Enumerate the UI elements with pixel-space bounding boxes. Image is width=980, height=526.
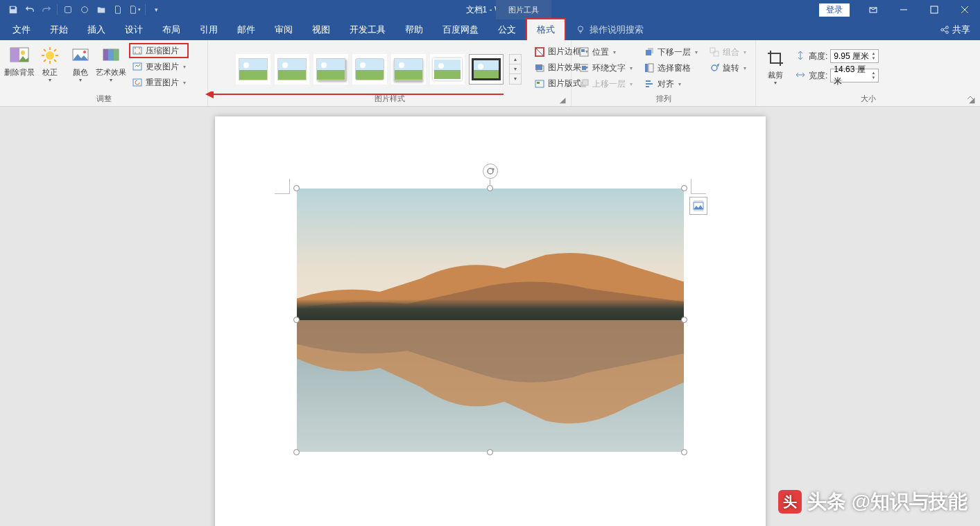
styles-gallery[interactable]: ▴▾▾ — [212, 50, 524, 85]
position-icon — [578, 46, 590, 58]
tab-design[interactable]: 设计 — [115, 19, 153, 40]
compress-pictures-button[interactable]: 压缩图片 — [129, 43, 189, 58]
effects-icon — [534, 62, 545, 73]
share-icon — [940, 25, 949, 35]
tab-baidu[interactable]: 百度网盘 — [433, 19, 488, 40]
svg-point-24 — [83, 51, 86, 53]
wrap-icon — [578, 62, 590, 73]
corrections-button[interactable]: 校正▾ — [35, 42, 65, 83]
tab-references[interactable]: 引用 — [190, 19, 227, 40]
style-thumb[interactable] — [469, 54, 504, 85]
crop-button[interactable]: 裁剪▾ — [760, 44, 791, 86]
width-input[interactable]: 14.63 厘米▲▼ — [830, 69, 879, 82]
selection-pane-button[interactable]: 选择窗格 — [641, 60, 700, 76]
change-picture-button[interactable]: 更改图片▾ — [129, 59, 189, 74]
svg-point-10 — [946, 31, 949, 34]
svg-line-22 — [44, 60, 46, 62]
resize-handle[interactable] — [487, 185, 493, 191]
selection-icon — [644, 62, 655, 73]
resize-handle[interactable] — [293, 449, 300, 455]
tab-review[interactable]: 审阅 — [265, 19, 302, 40]
bring-forward-button: 上移一层▾ — [576, 76, 635, 91]
gallery-scroll[interactable]: ▴▾▾ — [509, 54, 522, 85]
svg-point-8 — [941, 28, 944, 31]
open-icon[interactable] — [94, 2, 109, 17]
minimize-icon[interactable] — [888, 0, 919, 19]
scroll-down-icon[interactable]: ▾ — [510, 64, 521, 74]
style-thumb[interactable] — [236, 54, 270, 85]
wrap-text-button[interactable]: 环绕文字▾ — [576, 60, 635, 76]
qat-icon[interactable] — [60, 2, 76, 17]
style-thumb[interactable] — [430, 54, 465, 85]
qat-icon[interactable] — [77, 2, 92, 17]
dialog-launcher-icon[interactable]: ◢ — [558, 96, 567, 104]
height-input[interactable]: 9.95 厘米▲▼ — [830, 49, 879, 63]
qat-icon[interactable]: ▾ — [127, 2, 142, 17]
layout-options-button[interactable] — [689, 197, 707, 215]
tab-file[interactable]: 文件 — [3, 19, 40, 40]
tab-format[interactable]: 格式 — [526, 18, 566, 40]
svg-rect-0 — [65, 7, 71, 13]
artistic-icon — [100, 44, 122, 67]
send-backward-button[interactable]: 下移一层▾ — [641, 44, 700, 60]
resize-handle[interactable] — [681, 185, 687, 191]
group-label: 排列 — [576, 92, 751, 106]
svg-rect-26 — [103, 49, 108, 60]
color-icon — [69, 44, 92, 67]
tab-layout[interactable]: 布局 — [153, 19, 190, 40]
ribbon-options-icon[interactable] — [858, 0, 888, 19]
svg-rect-30 — [133, 63, 141, 70]
share-button[interactable]: 共享 — [940, 19, 970, 40]
resize-handle[interactable] — [681, 317, 687, 323]
svg-line-19 — [44, 49, 46, 51]
rotate-handle-icon[interactable] — [483, 164, 498, 179]
close-icon[interactable] — [949, 0, 980, 19]
resize-handle[interactable] — [681, 449, 687, 455]
tab-help[interactable]: 帮助 — [395, 19, 433, 40]
width-icon — [795, 69, 806, 82]
style-thumb[interactable] — [352, 54, 387, 85]
group-picture-styles: ▴▾▾ 图片边框▾ 图片效果▾ 图片版式▾ 图片样式◢ — [208, 40, 571, 106]
height-icon — [795, 50, 806, 63]
qat-customize-icon[interactable]: ▾ — [148, 2, 164, 17]
new-icon[interactable] — [110, 2, 126, 17]
tab-developer[interactable]: 开发工具 — [340, 19, 395, 40]
tell-me-search[interactable]: 操作说明搜索 — [576, 19, 644, 40]
style-thumb[interactable] — [275, 54, 309, 85]
svg-rect-48 — [645, 64, 648, 72]
tab-home[interactable]: 开始 — [40, 19, 78, 40]
remove-background-button[interactable]: 删除背景 — [4, 42, 35, 77]
style-thumb[interactable] — [313, 54, 348, 85]
svg-point-14 — [46, 51, 54, 60]
tab-insert[interactable]: 插入 — [78, 19, 115, 40]
group-icon — [709, 46, 720, 58]
position-button[interactable]: 位置▾ — [576, 44, 635, 60]
redo-icon[interactable] — [39, 2, 54, 17]
compress-icon — [132, 45, 143, 56]
artistic-effects-button[interactable]: 艺术效果▾ — [96, 42, 126, 83]
align-button[interactable]: 对齐▾ — [641, 76, 700, 91]
tab-mailings[interactable]: 邮件 — [227, 19, 265, 40]
remove-bg-icon — [8, 44, 31, 67]
brightness-icon — [39, 44, 61, 67]
scroll-up-icon[interactable]: ▴ — [510, 55, 521, 64]
collapse-ribbon-icon[interactable] — [965, 92, 976, 103]
resize-handle[interactable] — [293, 317, 300, 323]
tab-gongwen[interactable]: 公文 — [488, 19, 526, 40]
rotate-button[interactable]: 旋转▾ — [706, 60, 749, 76]
save-icon[interactable] — [6, 2, 21, 17]
style-thumb[interactable] — [391, 54, 426, 85]
resize-handle[interactable] — [487, 449, 493, 455]
color-button[interactable]: 颜色▾ — [65, 42, 96, 83]
forward-icon — [578, 78, 590, 89]
undo-icon[interactable] — [22, 2, 37, 17]
gallery-more-icon[interactable]: ▾ — [510, 74, 521, 84]
svg-rect-28 — [114, 49, 119, 60]
tab-view[interactable]: 视图 — [302, 19, 340, 40]
selected-picture[interactable] — [297, 189, 684, 452]
crop-icon — [764, 47, 786, 69]
reset-picture-button[interactable]: 重置图片▾ — [129, 75, 189, 90]
login-button[interactable]: 登录 — [819, 3, 850, 17]
maximize-icon[interactable] — [919, 0, 949, 19]
resize-handle[interactable] — [293, 185, 300, 191]
